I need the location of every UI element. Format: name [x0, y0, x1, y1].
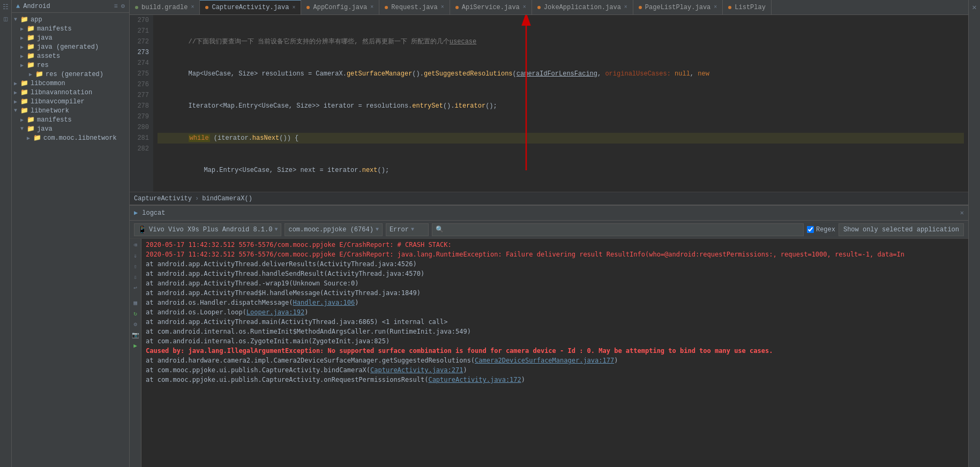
down-icon[interactable]: ⇩ [131, 272, 140, 282]
tab-label-request: Request.java [391, 4, 437, 11]
code-lines: //下面我们要查询一下 当前设备它所支持的分辨率有哪些, 然后再更新一下 所配置… [153, 15, 968, 192]
logcat-header: ▶ logcat ✕ [130, 206, 968, 221]
sidebar-tree: ▼ 📁 app ▶ 📁 manifests ▶ 📁 java ▶ 📁 java … [12, 13, 129, 467]
folder-icon-java: 📁 [27, 34, 35, 42]
looper-link[interactable]: Looper.java:192 [246, 308, 304, 316]
tab-close-pagelistplay[interactable]: × [714, 4, 717, 10]
sidebar-expand-icon[interactable]: ≡ [114, 3, 118, 10]
sidebar-item-libnetwork-package[interactable]: ▶ 📁 com.mooc.libnetwork [12, 133, 129, 142]
tab-close-capture-activity[interactable]: × [292, 5, 295, 11]
tab-dot-jokeapp [537, 6, 541, 9]
line-numbers: 270 271 272 273 274 275 276 277 278 279 … [130, 15, 153, 192]
log-line-7: at android.os.Handler.dispatchMessage(Ha… [141, 298, 968, 307]
refresh-icon[interactable]: ↻ [131, 308, 140, 318]
expand-arrow-java: ▶ [20, 35, 27, 41]
wrap-icon[interactable]: ↩ [131, 283, 140, 292]
code-line-272: Iterator<Map.Entry<UseCase, Size>> itera… [158, 101, 964, 111]
show-selected-label: Show only selected application [843, 226, 959, 234]
tab-close-build-gradle[interactable]: × [191, 4, 194, 10]
sidebar-item-res-generated[interactable]: ▶ 📁 res (generated) [12, 70, 129, 79]
capture-activity-271-link[interactable]: CaptureActivity.java:271 [370, 366, 463, 374]
sidebar-item-manifests[interactable]: ▶ 📁 manifests [12, 24, 129, 33]
tab-dot-listplay [728, 6, 731, 9]
up-icon[interactable]: ⇧ [131, 261, 140, 271]
handler-link[interactable]: Handler.java:106 [293, 299, 355, 306]
tab-close-apiservice[interactable]: × [523, 4, 526, 10]
tab-dot-appconfig [306, 6, 310, 9]
folder-icon-res: 📁 [27, 61, 35, 69]
folder-icon-manifests: 📁 [27, 25, 35, 33]
folder-icon-app: 📁 [20, 16, 28, 24]
sidebar-item-libcommon[interactable]: ▶ 📁 libcommon [12, 79, 129, 88]
tab-apiservice[interactable]: ApiService.java × [450, 0, 532, 14]
expand-arrow-libnavannotation: ▶ [14, 89, 20, 96]
tab-close-appconfig[interactable]: × [370, 4, 373, 10]
package-selector[interactable]: com.mooc.ppjoke (6764) ▼ [285, 223, 382, 236]
sidebar-settings-icon[interactable]: ⚙ [121, 2, 125, 10]
clear-log-icon[interactable]: ⌫ [131, 240, 140, 250]
sidebar-android-icon: ▲ [16, 3, 20, 10]
folder-icon-libnetwork: 📁 [20, 107, 28, 115]
build-variants-icon[interactable]: ◫ [1, 14, 11, 24]
level-dropdown-arrow: ▼ [411, 227, 414, 232]
filter-icon[interactable]: ▦ [131, 298, 140, 307]
right-icon-strip: ✕ [968, 0, 980, 467]
sidebar-item-libnetwork-manifests[interactable]: ▶ 📁 manifests [12, 115, 129, 124]
log-line-11: at com.android.internal.os.ZygoteInit.ma… [141, 336, 968, 346]
sidebar-label-libnetwork: libnetwork [31, 107, 69, 115]
tab-label-listplay: ListPlay [735, 4, 766, 11]
sidebar-label-java: java [37, 34, 53, 42]
tab-listplay[interactable]: ListPlay [723, 0, 772, 14]
show-selected-app-button[interactable]: Show only selected application [839, 223, 964, 236]
tab-dot-request [385, 6, 388, 9]
code-scroll[interactable]: 270 271 272 273 274 275 276 277 278 279 … [130, 15, 968, 192]
sidebar-header: ▲ Android ≡ ⚙ [12, 0, 129, 13]
sidebar-item-assets[interactable]: ▶ 📁 assets [12, 51, 129, 61]
tab-build-gradle[interactable]: build.gradle × [130, 0, 200, 14]
device-label: Vivo Vivo X9s Plus Android 8.1.0 [149, 226, 272, 234]
logcat-close-icon[interactable]: ✕ [960, 209, 964, 217]
tab-close-jokeapp[interactable]: × [624, 4, 627, 10]
sidebar-label-ln-pkg: com.mooc.libnetwork [43, 134, 117, 142]
folder-icon-libcommon: 📁 [20, 79, 28, 87]
sidebar-item-libnavcompiler[interactable]: ▶ 📁 libnavcompiler [12, 97, 129, 106]
sidebar-item-java[interactable]: ▶ 📁 java [12, 33, 129, 42]
sidebar-item-libnetwork-java[interactable]: ▼ 📁 java [12, 124, 129, 133]
search-input[interactable] [446, 226, 800, 234]
log-level-selector[interactable]: Error ▼ [386, 223, 429, 236]
folder-icon-ln-java: 📁 [27, 125, 35, 133]
tab-appconfig[interactable]: AppConfig.java × [301, 0, 379, 14]
capture-activity-172-link[interactable]: CaptureActivity.java:172 [428, 376, 521, 383]
sidebar-label-manifests: manifests [37, 25, 72, 33]
regex-checkbox[interactable] [807, 226, 814, 233]
package-label: com.mooc.ppjoke (6764) [288, 226, 373, 234]
sidebar-item-libnetwork[interactable]: ▼ 📁 libnetwork [12, 106, 129, 115]
run-icon[interactable]: ▶ [131, 341, 140, 350]
structure-icon[interactable]: ☷ [1, 2, 11, 12]
tab-request[interactable]: Request.java × [379, 0, 450, 14]
sidebar-label-libnavannotation: libnavannotation [31, 89, 92, 96]
sidebar-item-libnavannotation[interactable]: ▶ 📁 libnavannotation [12, 88, 129, 97]
package-dropdown-arrow: ▼ [376, 227, 379, 232]
sidebar-item-app[interactable]: ▼ 📁 app [12, 15, 129, 24]
scroll-to-end-icon[interactable]: ⇓ [131, 251, 140, 260]
breadcrumb-method: bindCameraX() [202, 195, 252, 202]
logcat-content[interactable]: 2020-05-17 11:42:32.512 5576-5576/com.mo… [141, 239, 968, 467]
device-selector[interactable]: 📱 Vivo Vivo X9s Plus Android 8.1.0 ▼ [134, 223, 281, 236]
folder-icon-libnavannotation: 📁 [20, 88, 28, 96]
sidebar-item-java-generated[interactable]: ▶ 📁 java (generated) [12, 42, 129, 51]
right-close-icon[interactable]: ✕ [970, 2, 979, 12]
settings-icon[interactable]: ⚙ [131, 319, 140, 329]
code-editor: 270 271 272 273 274 275 276 277 278 279 … [130, 15, 968, 205]
tab-jokeapplication[interactable]: JokeApplication.java × [532, 0, 633, 14]
sidebar-label-ln-java: java [37, 125, 53, 133]
tab-capture-activity[interactable]: CaptureActivity.java × [200, 0, 301, 14]
tab-pagelistplay[interactable]: PageListPlay.java × [633, 0, 723, 14]
logcat-header-icon: ▶ [134, 209, 138, 217]
log-line-caused-by: Caused by: java.lang.IllegalArgumentExce… [141, 346, 968, 356]
sidebar-item-res[interactable]: ▶ 📁 res [12, 61, 129, 70]
camera2-link[interactable]: Camera2DeviceSurfaceManager.java:177 [475, 357, 614, 364]
camera-icon[interactable]: 📷 [131, 330, 140, 340]
folder-icon-java-gen: 📁 [27, 43, 35, 51]
tab-close-request[interactable]: × [441, 4, 444, 10]
